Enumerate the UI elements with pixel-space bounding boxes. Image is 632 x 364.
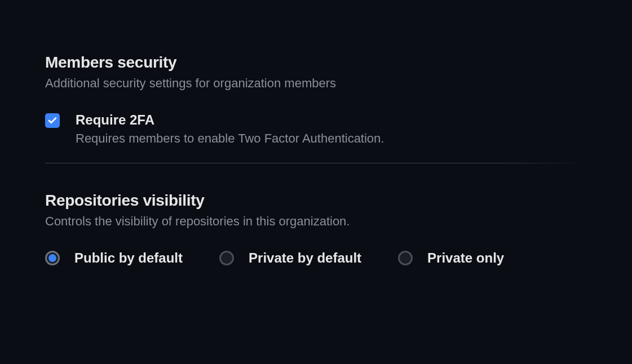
visibility-option-private-default[interactable]: Private by default [219,250,361,266]
radio-icon [398,251,413,265]
require-2fa-label: Require 2FA [76,112,384,128]
require-2fa-row: Require 2FA Requires members to enable T… [45,112,587,146]
visibility-option-label: Private by default [249,250,361,266]
repositories-visibility-description: Controls the visibility of repositories … [45,214,587,229]
radio-icon [219,251,234,265]
require-2fa-hint: Requires members to enable Two Factor Au… [76,131,384,146]
visibility-option-public[interactable]: Public by default [45,250,183,266]
check-icon [47,116,58,126]
members-security-title: Members security [45,54,587,72]
radio-icon [45,251,60,265]
require-2fa-checkbox[interactable] [45,113,60,128]
repositories-visibility-title: Repositories visibility [45,192,587,210]
members-security-description: Additional security settings for organiz… [45,76,587,91]
visibility-option-label: Private only [427,250,504,266]
section-divider [45,163,587,163]
visibility-option-private-only[interactable]: Private only [398,250,504,266]
visibility-option-label: Public by default [74,250,183,266]
visibility-radio-group: Public by default Private by default Pri… [45,250,587,266]
